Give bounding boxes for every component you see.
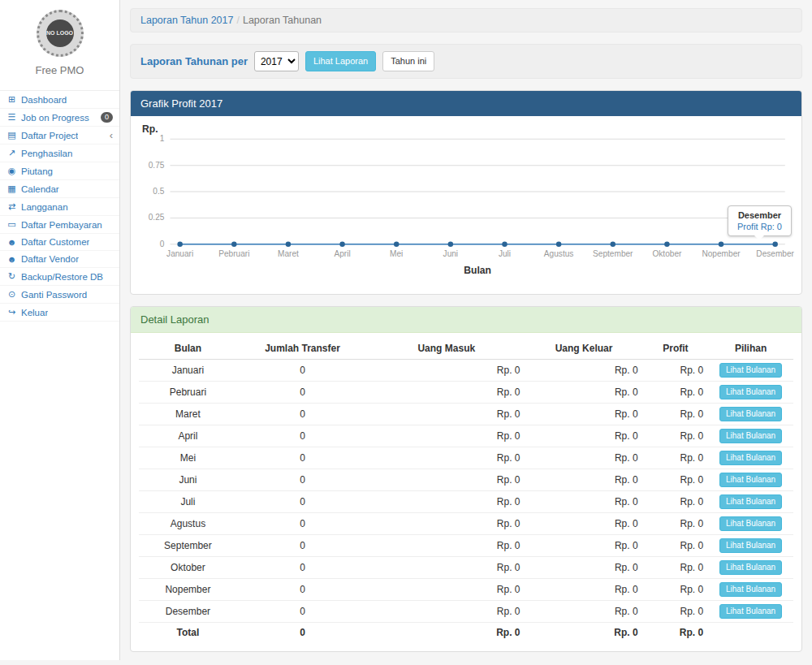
- tasks-icon: ☰: [6, 112, 17, 123]
- password-lock-icon: ⊙: [6, 289, 17, 300]
- detail-laporan-panel: Detail Laporan BulanJumlah TransferUang …: [130, 306, 802, 653]
- sidebar-item-label: Keluar: [21, 308, 48, 317]
- sidebar-item-daftar-customer[interactable]: ☻Daftar Customer: [0, 234, 119, 251]
- bulan-cell: Juli: [139, 490, 237, 512]
- uang_masuk-cell: Rp. 0: [368, 490, 525, 512]
- profit-cell: Rp. 0: [643, 403, 709, 425]
- uang_keluar-cell: Rp. 0: [525, 403, 643, 425]
- detail-panel-title: Detail Laporan: [131, 307, 801, 333]
- action-cell: Lihat Bulanan: [708, 359, 793, 381]
- sidebar-item-daftar-pembayaran[interactable]: ▭Daftar Pembayaran: [0, 216, 119, 234]
- lihat-bulanan-button[interactable]: Lihat Bulanan: [719, 363, 782, 378]
- action-cell: Lihat Bulanan: [708, 600, 793, 622]
- sidebar-item-daftar-vendor[interactable]: ☻Daftar Vendor: [0, 251, 119, 268]
- table-row: Juni0Rp. 0Rp. 0Rp. 0Lihat Bulanan: [139, 469, 793, 490]
- lihat-bulanan-button[interactable]: Lihat Bulanan: [719, 604, 782, 619]
- project-table-icon: ▤: [6, 130, 17, 140]
- sidebar-item-daftar-project[interactable]: ▤Daftar Project‹: [0, 127, 119, 145]
- sidebar-item-job-on-progress[interactable]: ☰Job on Progress0: [0, 109, 119, 127]
- total-profit-cell: Rp. 0: [643, 622, 709, 641]
- uang_keluar-cell: Rp. 0: [525, 490, 643, 512]
- empty-cell: [708, 622, 793, 641]
- y-axis-label: Rp.: [142, 123, 158, 135]
- data-point: [611, 242, 615, 247]
- uang_masuk-cell: Rp. 0: [368, 534, 525, 556]
- jumlah_transfer-cell: 0: [237, 556, 368, 578]
- profit-cell: Rp. 0: [643, 600, 709, 622]
- data-point: [448, 242, 453, 247]
- detail-table-wrap: BulanJumlah TransferUang MasukUang Kelua…: [131, 333, 801, 652]
- action-cell: Lihat Bulanan: [708, 403, 793, 425]
- x-tick-label: Mei: [390, 249, 403, 258]
- sidebar-item-ganti-password[interactable]: ⊙Ganti Password: [0, 286, 119, 304]
- lihat-bulanan-button[interactable]: Lihat Bulanan: [719, 473, 782, 487]
- lihat-laporan-button[interactable]: Lihat Laporan: [305, 51, 376, 71]
- bulan-cell: Januari: [139, 359, 237, 381]
- sidebar-item-penghasilan[interactable]: ↗Penghasilan: [0, 145, 119, 162]
- x-tick-label: Januari: [166, 249, 193, 258]
- breadcrumb-link[interactable]: Laporan Tahun 2017: [140, 15, 233, 26]
- profit-cell: Rp. 0: [643, 469, 709, 490]
- sidebar-item-dashboard[interactable]: ⊞Dashboard: [0, 91, 119, 109]
- action-cell: Lihat Bulanan: [708, 381, 793, 403]
- column-header: Bulan: [139, 338, 237, 360]
- logo-area: NO LOGO Free PMO: [0, 0, 119, 83]
- customers-icon: ☻: [6, 237, 17, 247]
- sidebar-item-backup-restore-db[interactable]: ↻Backup/Restore DB: [0, 268, 119, 286]
- bulan-cell: Oktober: [139, 556, 237, 578]
- y-tick-label: 0: [160, 240, 165, 248]
- lihat-bulanan-button[interactable]: Lihat Bulanan: [719, 385, 782, 399]
- lihat-bulanan-button[interactable]: Lihat Bulanan: [719, 560, 782, 575]
- bulan-cell: Maret: [139, 403, 237, 425]
- jumlah_transfer-cell: 0: [237, 600, 368, 622]
- table-row: Agustus0Rp. 0Rp. 0Rp. 0Lihat Bulanan: [139, 512, 793, 534]
- profit-cell: Rp. 0: [643, 381, 709, 403]
- lihat-bulanan-button[interactable]: Lihat Bulanan: [719, 494, 782, 509]
- chart-tooltip: Desember Profit Rp: 0: [728, 205, 792, 236]
- sidebar-item-label: Daftar Pembayaran: [21, 220, 102, 230]
- sidebar-item-label: Langganan: [21, 202, 68, 212]
- table-header-row: BulanJumlah TransferUang MasukUang Kelua…: [139, 338, 793, 360]
- total-row: Total0Rp. 0Rp. 0Rp. 0: [139, 622, 793, 641]
- uang_masuk-cell: Rp. 0: [368, 447, 525, 469]
- lihat-bulanan-button[interactable]: Lihat Bulanan: [719, 516, 782, 531]
- page-layout: NO LOGO Free PMO ⊞Dashboard☰Job on Progr…: [0, 0, 812, 660]
- total-uang_keluar-cell: Rp. 0: [525, 622, 643, 641]
- sidebar-item-langganan[interactable]: ⇄Langganan: [0, 198, 119, 216]
- uang_keluar-cell: Rp. 0: [525, 556, 643, 578]
- sidebar-item-piutang[interactable]: ◉Piutang: [0, 162, 119, 180]
- profit-chart-svg: 00.250.50.751JanuariPebruariMaretAprilMe…: [137, 123, 795, 292]
- x-tick-label: April: [334, 249, 350, 258]
- profit-cell: Rp. 0: [643, 534, 709, 556]
- receivable-icon: ◉: [6, 166, 17, 176]
- profit-cell: Rp. 0: [643, 578, 709, 600]
- lihat-bulanan-button[interactable]: Lihat Bulanan: [719, 451, 782, 465]
- sidebar-item-label: Dashboard: [21, 95, 67, 105]
- main-content: Laporan Tahun 2017/Laporan Tahunan Lapor…: [120, 0, 812, 660]
- action-cell: Lihat Bulanan: [708, 512, 793, 534]
- uang_keluar-cell: Rp. 0: [525, 425, 643, 447]
- dashboard-icon: ⊞: [6, 94, 17, 105]
- logo: NO LOGO: [37, 10, 84, 57]
- sidebar-item-keluar[interactable]: ↪Keluar: [0, 304, 119, 322]
- x-tick-label: Juni: [443, 249, 459, 258]
- sidebar-item-calendar[interactable]: ▦Calendar: [0, 180, 119, 198]
- data-point: [502, 242, 507, 247]
- x-tick-label: Agustus: [544, 249, 574, 258]
- data-point: [772, 242, 777, 247]
- uang_masuk-cell: Rp. 0: [368, 556, 525, 578]
- lihat-bulanan-button[interactable]: Lihat Bulanan: [719, 429, 782, 443]
- lihat-bulanan-button[interactable]: Lihat Bulanan: [719, 582, 782, 597]
- sidebar-item-label: Job on Progress: [21, 113, 89, 123]
- sidebar-item-label: Penghasilan: [21, 149, 72, 158]
- lihat-bulanan-button[interactable]: Lihat Bulanan: [719, 538, 782, 553]
- uang_keluar-cell: Rp. 0: [525, 534, 643, 556]
- sidebar-menu: ⊞Dashboard☰Job on Progress0▤Daftar Proje…: [0, 90, 119, 322]
- tahun-ini-button[interactable]: Tahun ini: [382, 51, 434, 71]
- year-select[interactable]: 2017: [254, 51, 299, 71]
- table-row: April0Rp. 0Rp. 0Rp. 0Lihat Bulanan: [139, 425, 793, 447]
- table-row: Mei0Rp. 0Rp. 0Rp. 0Lihat Bulanan: [139, 447, 793, 469]
- x-tick-label: Pebruari: [218, 249, 249, 258]
- lihat-bulanan-button[interactable]: Lihat Bulanan: [719, 407, 782, 421]
- uang_masuk-cell: Rp. 0: [368, 600, 525, 622]
